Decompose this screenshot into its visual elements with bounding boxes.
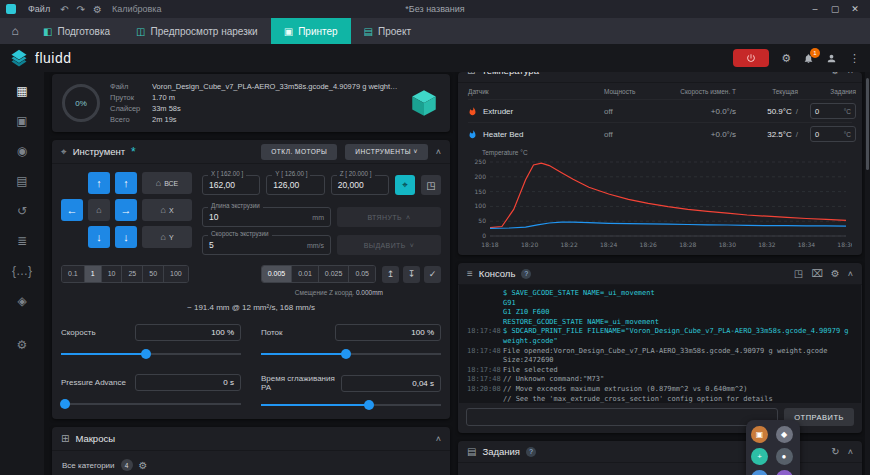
flame-icon [468, 106, 477, 117]
calibration-icon[interactable]: ⚙ [89, 4, 106, 15]
notifications-bell-icon[interactable]: 1 [803, 53, 814, 64]
sidebar-item-diagnostics[interactable]: ◈ [10, 292, 34, 310]
console-clear-icon[interactable]: ⌧ [811, 268, 823, 279]
annotation-cursor-tool-icon[interactable]: ◆ [776, 426, 793, 443]
pressure-advance-value[interactable]: 0 s [135, 374, 241, 391]
z-offset-up-button[interactable]: ↥ [382, 266, 399, 283]
minimize-button[interactable]: – [806, 1, 824, 17]
collapse-icon[interactable]: ˄ [848, 447, 853, 457]
z-offset-down-button[interactable]: ↧ [403, 266, 420, 283]
motors-off-button[interactable]: ОТКЛ. МОТОРЫ [261, 144, 337, 160]
console-settings-icon[interactable]: ⚙ [831, 268, 840, 279]
jog-x-minus-button[interactable]: ← [61, 199, 83, 221]
move-step-option[interactable]: 0.1 [62, 266, 85, 282]
retract-button[interactable]: ВТЯНУТЬ ˄ [337, 207, 441, 227]
position-mode-button[interactable]: ⌖ [395, 175, 415, 195]
z-offset-save-button[interactable]: ✓ [424, 266, 441, 283]
annotation-close-tool-icon[interactable]: ✕ [776, 470, 793, 475]
move-step-option[interactable]: 25 [122, 266, 143, 282]
move-step-option[interactable]: 10 [102, 266, 123, 282]
annotation-color-tool-icon[interactable]: ⋯ [751, 470, 768, 475]
jog-y-minus-button[interactable]: ↓ [88, 226, 110, 248]
tools-dropdown-button[interactable]: ИНСТРУМЕНТЫ ˅ [345, 144, 427, 160]
sensor-name[interactable]: Heater Bed [483, 130, 523, 139]
home-x-button[interactable]: ⌂X [142, 199, 192, 221]
calibration-label[interactable]: Калибровка [106, 0, 168, 18]
move-step-option[interactable]: 100 [164, 266, 188, 282]
jog-x-plus-button[interactable]: → [115, 199, 137, 221]
flow-factor-value[interactable]: 100 % [335, 324, 441, 341]
collapse-icon[interactable]: ˄ [848, 72, 853, 76]
scrollbar-thumb[interactable] [866, 78, 869, 170]
sidebar-item-tune[interactable]: ≣ [10, 232, 34, 250]
annotation-eraser-tool-icon[interactable]: ● [776, 448, 793, 465]
emergency-stop-button[interactable] [733, 49, 769, 67]
pressure-advance-slider[interactable] [61, 399, 241, 409]
z-step-option[interactable]: 0.01 [292, 266, 319, 282]
smooth-time-slider[interactable] [261, 400, 441, 410]
macro-category-filter[interactable]: Все категории [62, 461, 115, 470]
console-input[interactable] [466, 408, 778, 426]
maximize-button[interactable]: ▢ [826, 1, 844, 17]
file-menu[interactable]: Файл [22, 0, 56, 18]
sidebar-item-settings[interactable]: ⚙ [10, 336, 34, 354]
flow-factor-slider[interactable] [261, 349, 441, 359]
undo-icon[interactable]: ↶ [56, 4, 72, 15]
annotation-pen-tool-icon[interactable]: + [751, 448, 768, 465]
extruder-target-input[interactable]: 0 °C [810, 103, 856, 119]
sidebar-item-jobs[interactable]: ▤ [10, 172, 34, 190]
account-icon[interactable] [826, 53, 837, 64]
extrude-speed-field[interactable]: Скорость экструзии 5 mm/s [202, 235, 331, 255]
tab-printer[interactable]: ▣ Принтер [271, 18, 351, 44]
fluidd-brand[interactable]: fluidd [10, 49, 71, 67]
collapse-icon[interactable]: ˄ [436, 147, 441, 157]
tab-project[interactable]: ▤ Проект [351, 18, 424, 44]
y-position-field[interactable]: Y [ 126.00 ] 126,00 [266, 175, 324, 195]
z-step-option-selected[interactable]: 0.005 [262, 266, 293, 282]
macro-settings-icon[interactable]: ⚙ [139, 460, 148, 471]
annotation-shape-tool-icon[interactable]: ▣ [751, 426, 768, 443]
redo-icon[interactable]: ↷ [73, 4, 89, 15]
jog-z-minus-button[interactable]: ↓ [115, 226, 137, 248]
help-icon[interactable]: ? [521, 269, 531, 279]
z-position-field[interactable]: Z [ 20.000 ] 20,000 [331, 175, 389, 195]
jobs-refresh-icon[interactable]: ↻ [831, 446, 839, 457]
smooth-time-value[interactable]: 0,04 s [341, 375, 441, 392]
speed-factor-value[interactable]: 100 % [135, 324, 241, 341]
sidebar-item-history[interactable]: ↺ [10, 202, 34, 220]
scrollbar-track[interactable] [865, 72, 870, 475]
close-button[interactable]: ✕ [846, 1, 864, 17]
temp-settings-icon[interactable]: ⚙ [831, 72, 840, 76]
console-output[interactable]: $ SAVE_GCODE_STATE NAME=_ui_movement G91… [459, 285, 861, 403]
settings-gear-icon[interactable]: ⚙ [781, 52, 791, 65]
home-xy-button[interactable]: ⌂ [88, 199, 110, 221]
collapse-icon[interactable]: ˄ [848, 269, 853, 279]
x-position-field[interactable]: X [ 162.00 ] 162,00 [202, 175, 260, 195]
collapse-icon[interactable]: ˄ [436, 434, 441, 444]
home-tab-icon[interactable]: ⌂ [0, 18, 30, 44]
macros-icon: ⊞ [61, 433, 69, 444]
move-step-option-selected[interactable]: 1 [85, 266, 102, 282]
home-y-button[interactable]: ⌂Y [142, 226, 192, 248]
tab-preview[interactable]: ◫ Предпросмотр нарезки [123, 18, 271, 44]
jog-y-plus-button[interactable]: ↑ [88, 172, 110, 194]
heater-bed-target-input[interactable]: 0 °C [810, 126, 856, 142]
expand-toolhead-button[interactable]: ◳ [421, 175, 441, 195]
console-expand-icon[interactable]: ◳ [794, 268, 803, 279]
sidebar-item-gcode-preview[interactable]: ◉ [10, 142, 34, 160]
z-step-option[interactable]: 0.05 [349, 266, 375, 282]
sidebar-item-configure[interactable]: {…} [10, 262, 34, 280]
tab-prepare[interactable]: ◧ Подготовка [30, 18, 123, 44]
jog-z-plus-button[interactable]: ↑ [115, 172, 137, 194]
speed-factor-slider[interactable] [61, 349, 241, 359]
sidebar-item-dashboard[interactable]: ▦ [10, 82, 34, 100]
move-step-option[interactable]: 50 [143, 266, 164, 282]
z-step-option[interactable]: 0.025 [319, 266, 350, 282]
help-icon[interactable]: ? [526, 447, 536, 457]
home-all-button[interactable]: ⌂ВСЕ [142, 172, 192, 194]
sidebar-item-camera[interactable]: ▣ [10, 112, 34, 130]
extrude-button[interactable]: ВЫДАВИТЬ ˅ [337, 235, 441, 255]
extrude-length-field[interactable]: Длина экструзии 10 mm [202, 207, 331, 227]
sensor-name[interactable]: Extruder [483, 107, 513, 116]
kebab-menu-icon[interactable]: ⋮ [849, 52, 860, 65]
